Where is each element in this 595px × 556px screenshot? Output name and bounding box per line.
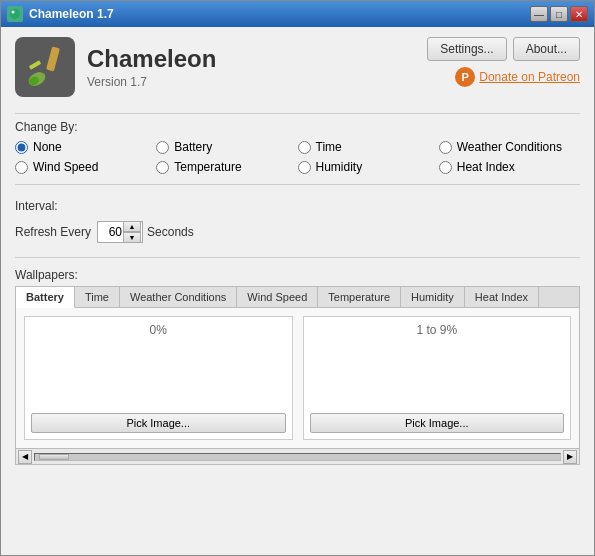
wallpaper-item-1: 0% Pick Image... [24,316,293,440]
interval-row: Refresh Every ▲ ▼ Seconds [15,221,580,243]
radio-temperature-label: Temperature [174,160,241,174]
separator-2 [15,184,580,185]
radio-temperature-input[interactable] [156,161,169,174]
tab-weather-conditions[interactable]: Weather Conditions [120,287,237,307]
close-button[interactable]: ✕ [570,6,588,22]
wallpaper-preview-1: 0% [25,317,292,409]
wallpaper-label-2: 1 to 9% [416,323,457,337]
maximize-button[interactable]: □ [550,6,568,22]
app-icon-svg [21,43,69,91]
title-bar-icon [7,6,23,22]
seconds-label: Seconds [147,225,194,239]
header-buttons: Settings... About... [427,37,580,61]
tabs-container: Battery Time Weather Conditions Wind Spe… [15,286,580,465]
radio-humidity-input[interactable] [298,161,311,174]
app-icon [15,37,75,97]
header-right: Settings... About... P Donate on Patreon [427,37,580,87]
radio-none[interactable]: None [15,140,156,154]
pick-image-button-1[interactable]: Pick Image... [31,413,286,433]
interval-section: Interval: [15,199,580,213]
tab-content: 0% Pick Image... 1 to 9% Pick Image... [16,308,579,448]
radio-battery-input[interactable] [156,141,169,154]
scroll-right-button[interactable]: ▶ [563,450,577,464]
radio-weather-input[interactable] [439,141,452,154]
radio-heatindex[interactable]: Heat Index [439,160,580,174]
tab-temperature[interactable]: Temperature [318,287,401,307]
radio-battery-label: Battery [174,140,212,154]
tab-battery[interactable]: Battery [16,287,75,308]
svg-rect-3 [21,43,69,91]
change-by-label: Change By: [15,120,580,134]
patreon-link[interactable]: P Donate on Patreon [455,67,580,87]
scroll-thumb[interactable] [39,454,69,460]
interval-label: Interval: [15,199,58,213]
radio-time-input[interactable] [298,141,311,154]
window-title: Chameleon 1.7 [29,7,114,21]
wallpapers-label: Wallpapers: [15,268,580,282]
about-button[interactable]: About... [513,37,580,61]
radio-none-label: None [33,140,62,154]
change-by-section: Change By: None Battery Time Weather Con… [15,120,580,178]
tab-humidity[interactable]: Humidity [401,287,465,307]
radio-heatindex-input[interactable] [439,161,452,174]
interval-input-wrap: ▲ ▼ [97,221,141,243]
main-window: Chameleon 1.7 — □ ✕ [0,0,595,556]
minimize-button[interactable]: — [530,6,548,22]
app-info: Chameleon Version 1.7 [87,45,216,89]
spin-down-button[interactable]: ▼ [123,232,141,243]
header-section: Chameleon Version 1.7 Settings... About.… [15,37,580,97]
wallpaper-item-2: 1 to 9% Pick Image... [303,316,572,440]
patreon-icon: P [455,67,475,87]
content-area: Chameleon Version 1.7 Settings... About.… [1,27,594,555]
header-left: Chameleon Version 1.7 [15,37,216,97]
title-bar-buttons: — □ ✕ [530,6,588,22]
wallpaper-label-1: 0% [150,323,167,337]
radio-weather-label: Weather Conditions [457,140,562,154]
horizontal-scrollbar: ◀ ▶ [16,448,579,464]
radio-windspeed[interactable]: Wind Speed [15,160,156,174]
radio-windspeed-label: Wind Speed [33,160,98,174]
tab-time[interactable]: Time [75,287,120,307]
app-version: Version 1.7 [87,75,216,89]
tab-bar: Battery Time Weather Conditions Wind Spe… [16,287,579,308]
patreon-text: Donate on Patreon [479,70,580,84]
radio-none-input[interactable] [15,141,28,154]
spin-buttons: ▲ ▼ [123,221,141,243]
tab-wind-speed[interactable]: Wind Speed [237,287,318,307]
spin-up-button[interactable]: ▲ [123,221,141,232]
tab-heat-index[interactable]: Heat Index [465,287,539,307]
separator-1 [15,113,580,114]
scroll-track[interactable] [34,453,561,461]
radio-heatindex-label: Heat Index [457,160,515,174]
svg-point-1 [10,9,20,19]
radio-grid: None Battery Time Weather Conditions Win… [15,140,580,174]
radio-time[interactable]: Time [298,140,439,154]
refresh-label: Refresh Every [15,225,91,239]
radio-battery[interactable]: Battery [156,140,297,154]
radio-weather[interactable]: Weather Conditions [439,140,580,154]
separator-3 [15,257,580,258]
radio-windspeed-input[interactable] [15,161,28,174]
wallpapers-section: Wallpapers: Battery Time Weather Conditi… [15,268,580,465]
radio-humidity-label: Humidity [316,160,363,174]
svg-point-2 [12,11,15,14]
settings-button[interactable]: Settings... [427,37,506,61]
pick-image-button-2[interactable]: Pick Image... [310,413,565,433]
title-bar-left: Chameleon 1.7 [7,6,114,22]
radio-temperature[interactable]: Temperature [156,160,297,174]
title-bar: Chameleon 1.7 — □ ✕ [1,1,594,27]
scroll-left-button[interactable]: ◀ [18,450,32,464]
radio-humidity[interactable]: Humidity [298,160,439,174]
wallpaper-preview-2: 1 to 9% [304,317,571,409]
radio-time-label: Time [316,140,342,154]
app-name: Chameleon [87,45,216,73]
